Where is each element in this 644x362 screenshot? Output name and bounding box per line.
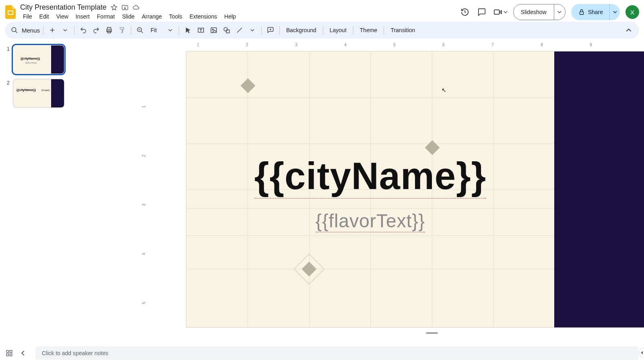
zoom-value: Fit <box>151 27 157 33</box>
diamond-shape[interactable] <box>241 78 256 93</box>
menu-extensions[interactable]: Extensions <box>187 12 220 21</box>
ruler-tick: 5 <box>142 302 146 304</box>
speaker-notes-placeholder: Click to add speaker notes <box>42 350 108 356</box>
svg-rect-14 <box>10 350 12 352</box>
new-slide-button[interactable] <box>47 25 58 36</box>
mouse-cursor: ↖ <box>442 87 446 93</box>
ruler-tick: 1 <box>142 105 146 108</box>
svg-rect-15 <box>6 354 8 356</box>
header: City Presentation Template File Edit Vie… <box>0 0 644 22</box>
ruler-tick: 3 <box>295 43 297 47</box>
speaker-notes-input[interactable]: Click to add speaker notes <box>35 346 638 360</box>
ruler-vertical: 1 2 3 4 5 <box>143 49 150 344</box>
collapse-toolbar-icon[interactable] <box>623 25 634 36</box>
history-icon[interactable] <box>459 6 471 18</box>
menus-label: Menus <box>22 27 40 34</box>
menu-help[interactable]: Help <box>221 12 239 21</box>
filmstrip: 1 {{cityName}} {{flavorText}} 2 {{cityNa… <box>0 42 70 344</box>
slideshow-button[interactable]: Slideshow <box>513 4 566 20</box>
menu-view[interactable]: View <box>54 12 71 21</box>
svg-rect-1 <box>8 11 12 14</box>
footer: Click to add speaker notes <box>0 344 644 362</box>
cloud-status-icon[interactable] <box>132 4 140 11</box>
slide-canvas[interactable]: {{cityName}} {{flavorText}} ↖ <box>186 51 644 327</box>
line-caret[interactable] <box>247 25 258 36</box>
zoom-out-icon[interactable] <box>134 25 146 36</box>
svg-rect-2 <box>494 10 500 14</box>
select-tool[interactable] <box>182 25 194 36</box>
menu-file[interactable]: File <box>20 12 35 21</box>
toolbar: Menus Fit Background Layout Theme Transi… <box>5 22 639 39</box>
menu-slide[interactable]: Slide <box>119 12 137 21</box>
search-menus-icon[interactable] <box>9 25 20 36</box>
zoom-select[interactable]: Fit <box>147 27 175 33</box>
svg-point-10 <box>212 29 213 30</box>
svg-rect-13 <box>6 350 8 352</box>
slide-thumbnail-2[interactable]: {{cityName}} {{image}} <box>13 79 64 108</box>
menu-insert[interactable]: Insert <box>73 12 93 21</box>
layout-button[interactable]: Layout <box>326 25 350 36</box>
thumb-title: {{cityName}} <box>17 88 36 92</box>
ruler-tick: 9 <box>590 43 592 47</box>
share-button[interactable]: Share <box>571 4 620 20</box>
speaker-notes-drag-handle[interactable] <box>426 332 438 334</box>
ruler-tick: 7 <box>491 43 494 47</box>
textbox-tool[interactable] <box>195 25 206 36</box>
collapse-filmstrip-icon[interactable] <box>20 350 26 356</box>
account-avatar[interactable]: X <box>625 5 639 19</box>
slide-title-placeholder[interactable]: {{cityName}} <box>186 154 554 198</box>
ruler-tick: 6 <box>442 43 445 47</box>
ruler-tick: 4 <box>142 253 146 255</box>
menu-edit[interactable]: Edit <box>37 12 52 21</box>
line-tool[interactable] <box>234 25 245 36</box>
share-caret[interactable] <box>609 4 620 20</box>
thumb-subtitle: {{flavorText}} <box>25 62 37 64</box>
menu-format[interactable]: Format <box>94 12 118 21</box>
image-tool[interactable] <box>208 25 219 36</box>
paint-format-button[interactable] <box>116 25 128 36</box>
slide-number: 2 <box>5 79 10 108</box>
comment-add-button[interactable] <box>265 25 276 36</box>
grid-view-icon[interactable] <box>6 350 13 357</box>
meet-button[interactable] <box>493 8 508 16</box>
undo-button[interactable] <box>78 25 89 36</box>
svg-rect-12 <box>226 30 229 33</box>
ruler-tick: 5 <box>393 43 396 47</box>
print-button[interactable] <box>103 25 115 36</box>
star-icon[interactable] <box>111 4 118 11</box>
background-button[interactable]: Background <box>283 25 320 36</box>
menu-arrange[interactable]: Arrange <box>139 12 165 21</box>
shape-tool[interactable] <box>221 25 232 36</box>
slideshow-label: Slideshow <box>514 9 554 15</box>
redo-button[interactable] <box>91 25 102 36</box>
ruler-tick: 4 <box>344 43 347 47</box>
ruler-horizontal: 1 2 3 4 5 6 7 8 9 <box>149 42 632 49</box>
thumb-image-label: {{image}} <box>41 89 50 91</box>
diamond-shape[interactable] <box>425 140 440 155</box>
ruler-tick: 3 <box>142 204 146 206</box>
transition-button[interactable]: Transition <box>387 25 418 36</box>
main: 1 {{cityName}} {{flavorText}} 2 {{cityNa… <box>0 42 644 344</box>
svg-point-4 <box>12 27 16 32</box>
canvas-area: 1 2 3 4 5 6 7 8 9 1 2 3 4 5 <box>70 42 644 344</box>
theme-button[interactable]: Theme <box>357 25 381 36</box>
new-slide-caret[interactable] <box>60 25 71 36</box>
slide-dark-panel <box>554 51 644 327</box>
slide-number: 1 <box>5 45 10 74</box>
svg-rect-9 <box>211 28 217 33</box>
doc-title[interactable]: City Presentation Template <box>20 3 107 12</box>
slides-logo[interactable] <box>5 5 16 19</box>
slideshow-caret[interactable] <box>554 4 565 20</box>
thumb-title: {{cityName}} <box>21 57 40 60</box>
comments-icon[interactable] <box>476 6 487 18</box>
menu-tools[interactable]: Tools <box>166 12 185 21</box>
ruler-tick: 2 <box>246 43 248 47</box>
move-icon[interactable] <box>122 4 128 11</box>
slide-thumbnail-1[interactable]: {{cityName}} {{flavorText}} <box>13 45 64 74</box>
ruler-tick: 1 <box>197 43 199 47</box>
share-label: Share <box>588 9 603 15</box>
menu-bar: File Edit View Insert Format Slide Arran… <box>20 12 239 21</box>
svg-rect-3 <box>580 12 583 14</box>
ruler-tick: 8 <box>541 43 543 47</box>
slide-subtitle-placeholder[interactable]: {{flavorText}} <box>186 210 554 232</box>
